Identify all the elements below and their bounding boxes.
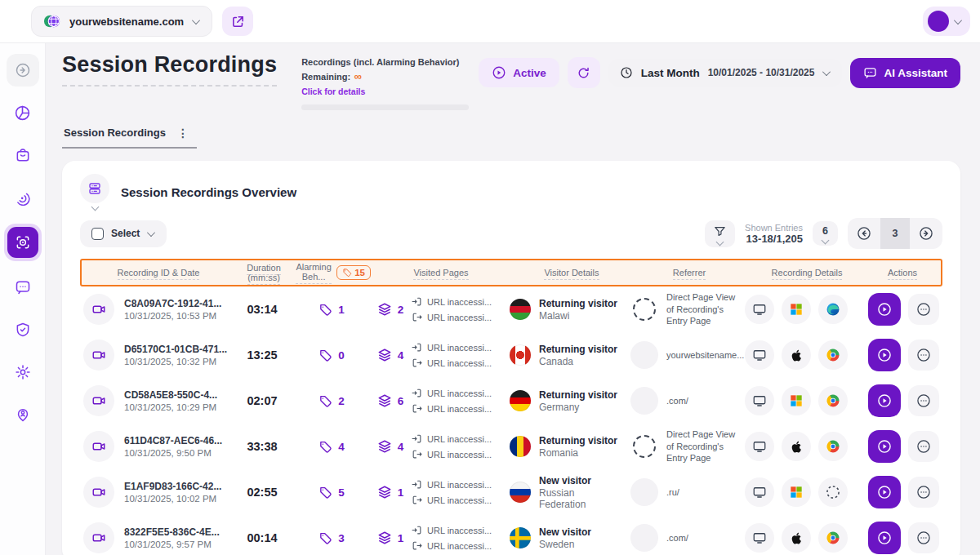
exit-url[interactable]: URL inaccessi... (412, 449, 510, 460)
sidebar-item-privacy[interactable] (7, 313, 39, 346)
alarming-behavior-count[interactable]: 4 (294, 440, 369, 454)
open-site-button[interactable] (222, 7, 253, 36)
alarming-count-badge[interactable]: 15 (336, 265, 371, 280)
edge-browser-icon[interactable] (818, 295, 848, 324)
next-page-button[interactable] (910, 218, 942, 249)
desktop-device-icon[interactable] (745, 523, 774, 553)
desktop-device-icon[interactable] (745, 477, 774, 507)
ai-assistant-button[interactable]: AI Assistant (850, 58, 960, 88)
chrome-browser-icon[interactable] (818, 432, 848, 461)
more-actions-button[interactable] (908, 431, 939, 462)
date-range-picker[interactable]: Last Month 10/01/2025 - 10/31/2025 (608, 59, 843, 87)
more-actions-button[interactable] (908, 294, 939, 325)
visitor-details[interactable]: New visitor Sweden (510, 526, 630, 550)
active-filter-button[interactable]: Active (479, 58, 559, 87)
more-actions-button[interactable] (908, 477, 939, 508)
current-page[interactable]: 3 (880, 218, 910, 249)
entry-url[interactable]: URL inaccessi... (412, 433, 510, 444)
alarming-behavior-count[interactable]: 3 (294, 531, 369, 545)
column-header-referrer[interactable]: Referrer (632, 268, 746, 278)
visited-pages-count[interactable]: 2 (369, 302, 412, 317)
play-recording-button[interactable] (868, 522, 901, 554)
entry-url[interactable]: URL inaccessi... (412, 342, 510, 353)
exit-url[interactable]: URL inaccessi... (412, 403, 510, 414)
visitor-details[interactable]: Returning visitor Romania (510, 435, 630, 459)
alarming-behavior-count[interactable]: 2 (294, 394, 369, 408)
sidebar-item-feedback[interactable] (7, 271, 39, 304)
visitor-details[interactable]: New visitor Russian Federation (510, 475, 630, 510)
play-recording-button[interactable] (868, 339, 901, 371)
referrer-cell[interactable]: Direct Page View of Recording's Entry Pa… (630, 428, 745, 465)
windows-os-icon[interactable] (782, 477, 811, 507)
apple-os-icon[interactable] (782, 340, 811, 370)
alarming-behavior-count[interactable]: 1 (294, 303, 369, 317)
refresh-button[interactable] (568, 57, 600, 88)
page-size-selector[interactable]: 6 (813, 221, 838, 246)
site-selector[interactable]: yourwebsitename.com (31, 6, 212, 37)
referrer-cell[interactable]: yourwebsitename... (630, 341, 745, 369)
sidebar-item-conversions[interactable] (7, 139, 39, 171)
visited-pages-count[interactable]: 6 (369, 393, 412, 408)
chrome-browser-icon[interactable] (818, 340, 848, 370)
visitor-details[interactable]: Returning visitor Germany (510, 389, 630, 413)
sidebar-item-session-recordings[interactable] (4, 224, 42, 261)
previous-page-button[interactable] (848, 218, 880, 249)
column-header-duration[interactable]: Duration (mm:ss) (232, 263, 296, 282)
desktop-device-icon[interactable] (745, 432, 774, 461)
sidebar-collapse-button[interactable] (7, 54, 39, 87)
visited-pages-count[interactable]: 1 (369, 485, 412, 500)
exit-url[interactable]: URL inaccessi... (412, 495, 510, 505)
alarming-behavior-count[interactable]: 5 (294, 486, 369, 500)
sidebar-item-settings[interactable] (7, 356, 39, 388)
entry-url[interactable]: URL inaccessi... (412, 388, 510, 398)
sidebar-item-visitors[interactable] (7, 398, 39, 431)
referrer-cell[interactable]: .com/ (630, 387, 745, 415)
column-header-recording-details[interactable]: Recording Details (746, 268, 867, 278)
visited-pages-count[interactable]: 4 (369, 348, 412, 362)
tab-session-recordings[interactable]: Session Recordings ⋮ (62, 122, 197, 149)
desktop-device-icon[interactable] (745, 386, 774, 415)
entry-url[interactable]: URL inaccessi... (412, 479, 510, 490)
windows-os-icon[interactable] (782, 295, 811, 324)
sidebar-item-heatmaps[interactable] (7, 181, 39, 214)
column-header-visited-pages[interactable]: Visited Pages (371, 268, 511, 278)
apple-os-icon[interactable] (782, 523, 811, 553)
filter-button[interactable] (705, 220, 735, 247)
column-header-visitor-details[interactable]: Visitor Details (511, 268, 632, 278)
exit-url[interactable]: URL inaccessi... (412, 357, 510, 368)
select-all-checkbox[interactable] (91, 228, 104, 240)
unknown-browser-icon[interactable] (818, 477, 848, 507)
exit-url[interactable]: URL inaccessi... (412, 540, 510, 551)
play-recording-button[interactable] (868, 430, 901, 463)
apple-os-icon[interactable] (782, 432, 811, 461)
column-header-recording-id[interactable]: Recording ID & Date (85, 268, 232, 278)
play-recording-button[interactable] (868, 384, 901, 417)
visited-pages-count[interactable]: 1 (369, 531, 412, 545)
entry-url[interactable]: URL inaccessi... (412, 296, 510, 307)
entry-url[interactable]: URL inaccessi... (412, 525, 510, 535)
referrer-cell[interactable]: .ru/ (630, 478, 745, 506)
play-recording-button[interactable] (868, 293, 901, 326)
chrome-browser-icon[interactable] (818, 386, 848, 415)
user-menu[interactable] (923, 7, 970, 36)
more-actions-button[interactable] (908, 385, 939, 416)
alarming-behavior-count[interactable]: 0 (294, 349, 369, 362)
visitor-details[interactable]: Returning visitor Malawi (510, 298, 630, 322)
desktop-device-icon[interactable] (745, 340, 774, 370)
select-rows-button[interactable]: Select (80, 220, 167, 247)
exit-url[interactable]: URL inaccessi... (412, 312, 510, 322)
windows-os-icon[interactable] (782, 386, 811, 415)
desktop-device-icon[interactable] (745, 295, 774, 324)
visitor-details[interactable]: Returning visitor Canada (510, 344, 630, 367)
card-type-selector[interactable] (80, 174, 109, 210)
play-recording-button[interactable] (868, 476, 901, 508)
sidebar-item-dashboard[interactable] (7, 96, 39, 129)
column-header-alarming-behavior[interactable]: Alarming Beh... 15 (296, 262, 371, 284)
more-actions-button[interactable] (908, 522, 939, 553)
referrer-cell[interactable]: Direct Page View of Recording's Entry Pa… (630, 291, 745, 328)
click-for-details-link[interactable]: Click for details (301, 87, 365, 96)
chrome-browser-icon[interactable] (818, 523, 848, 553)
visited-pages-count[interactable]: 4 (369, 439, 412, 454)
tab-menu-kebab-icon[interactable]: ⋮ (177, 129, 189, 137)
more-actions-button[interactable] (908, 340, 939, 371)
